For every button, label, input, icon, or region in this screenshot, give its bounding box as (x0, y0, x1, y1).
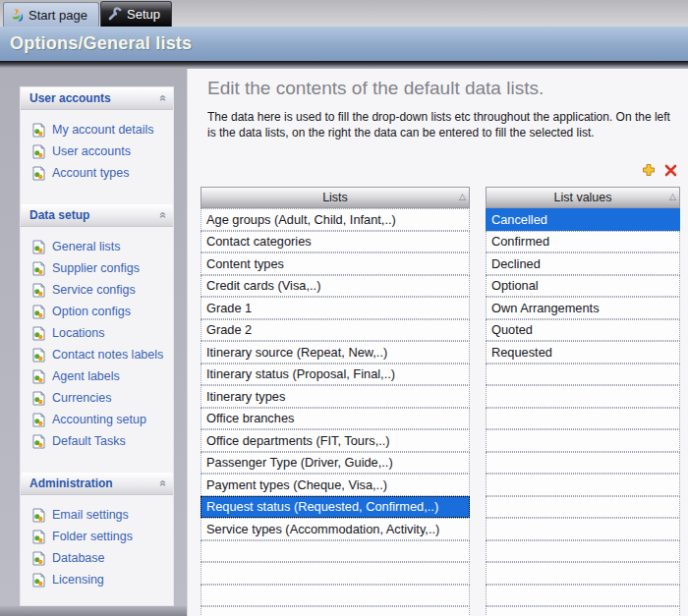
empty-row (486, 585, 680, 607)
page-icon (32, 166, 45, 181)
section-header-administration[interactable]: Administration» (21, 473, 173, 495)
list-values-table-header[interactable]: List values △ (486, 187, 680, 208)
tab-bar: Start page Setup (0, 0, 688, 27)
section-header-user-accounts[interactable]: User accounts» (21, 87, 173, 110)
page-icon (32, 551, 45, 566)
table-row-itinerary-source-repeat-new[interactable]: Itinerary source (Repeat, New,..) (201, 341, 470, 364)
tab-setup[interactable]: Setup (100, 1, 172, 27)
page-header: Options/General lists (0, 27, 688, 61)
sort-icon: △ (669, 193, 676, 201)
empty-row (486, 385, 680, 408)
bottom-edge-shade (0, 606, 187, 616)
page-icon (32, 144, 45, 159)
section-title: User accounts (29, 91, 111, 105)
header-shadow (0, 61, 688, 69)
table-row-itinerary-types[interactable]: Itinerary types (201, 385, 470, 408)
content-title: Edit the contents of the default data li… (207, 78, 544, 99)
tab-start-page[interactable]: Start page (3, 2, 99, 27)
page-icon (32, 283, 45, 298)
empty-row (486, 606, 680, 616)
empty-row (201, 562, 470, 585)
page-icon (32, 413, 45, 427)
empty-row (486, 429, 680, 452)
sidebar-item-my-account-details[interactable]: My account details (21, 119, 173, 140)
table-row-quoted[interactable]: Quoted (486, 319, 680, 342)
page-icon (32, 240, 45, 254)
table-row-grade-1[interactable]: Grade 1 (201, 297, 470, 319)
sidebar-item-currencies[interactable]: Currencies (21, 387, 173, 409)
sidebar-item-supplier-configs[interactable]: Supplier configs (21, 257, 173, 279)
table-row-office-departments-fit-tours[interactable]: Office departments (FIT, Tours,..) (201, 429, 470, 452)
add-value-button[interactable] (641, 162, 657, 178)
table-row-grade-2[interactable]: Grade 2 (201, 319, 470, 342)
plus-icon (641, 162, 657, 178)
table-row-itinerary-status-proposal-final[interactable]: Itinerary status (Proposal, Final,..) (201, 364, 470, 386)
sidebar-section-data-setup: Data setup»General listsSupplier configs… (21, 204, 173, 460)
page-icon (32, 348, 45, 363)
sidebar-item-user-accounts[interactable]: User accounts (21, 140, 173, 162)
table-row-service-types-accommodation-activity[interactable]: Service types (Accommodation, Activity,.… (201, 518, 470, 540)
column-title: List values (553, 191, 611, 204)
table-row-optional[interactable]: Optional (486, 275, 680, 298)
sidebar-section-user-accounts: User accounts»My account detailsUser acc… (21, 87, 173, 192)
table-row-own-arrangements[interactable]: Own Arrangements (486, 297, 680, 319)
sidebar-item-email-settings[interactable]: Email settings (21, 504, 173, 526)
section-title: Data setup (29, 208, 89, 222)
start-page-icon (10, 8, 24, 23)
table-row-declined[interactable]: Declined (486, 252, 680, 275)
page-icon (32, 508, 45, 523)
sidebar-item-service-configs[interactable]: Service configs (21, 279, 173, 301)
table-row-payment-types-cheque-visa[interactable]: Payment types (Cheque, Visa,..) (201, 474, 470, 496)
page-icon (32, 573, 45, 588)
table-row-age-groups-adult-child-infant[interactable]: Age groups (Adult, Child, Infant,..) (201, 208, 470, 231)
lists-table: Lists △ Age groups (Adult, Child, Infant… (201, 187, 470, 616)
list-values-table: List values △ CancelledConfirmedDeclined… (486, 187, 680, 616)
sidebar-item-account-types[interactable]: Account types (21, 162, 173, 184)
page-icon (32, 530, 45, 544)
table-row-requested[interactable]: Requested (486, 341, 680, 364)
x-icon (663, 163, 678, 178)
page-title: Options/General lists (0, 33, 192, 54)
collapse-chevron-icon[interactable]: » (157, 480, 169, 487)
table-row-confirmed[interactable]: Confirmed (486, 231, 680, 253)
lists-table-body: Age groups (Adult, Child, Infant,..)Cont… (201, 208, 470, 616)
sidebar-item-agent-labels[interactable]: Agent labels (21, 365, 173, 387)
empty-row (486, 540, 680, 563)
section-title: Administration (29, 476, 113, 490)
page-icon (32, 123, 45, 138)
table-row-content-types[interactable]: Content types (201, 252, 470, 275)
workspace: User accounts»My account detailsUser acc… (0, 69, 688, 616)
sidebar: User accounts»My account detailsUser acc… (20, 86, 174, 606)
sidebar-item-licensing[interactable]: Licensing (21, 569, 173, 590)
sidebar-section-administration: Administration»Email settingsFolder sett… (21, 473, 173, 598)
empty-row (486, 474, 680, 496)
delete-value-button[interactable] (663, 163, 678, 178)
sidebar-item-folder-settings[interactable]: Folder settings (21, 526, 173, 547)
sidebar-item-locations[interactable]: Locations (21, 322, 173, 344)
collapse-chevron-icon[interactable]: » (157, 95, 169, 102)
empty-row (201, 606, 470, 616)
sidebar-item-database[interactable]: Database (21, 547, 173, 569)
page-icon (32, 434, 45, 449)
section-header-data-setup[interactable]: Data setup» (21, 204, 173, 227)
content-description: The data here is used to fill the drop-d… (207, 109, 681, 140)
main-panel: Edit the contents of the default data li… (187, 69, 688, 616)
sidebar-item-contact-notes-labels[interactable]: Contact notes labels (21, 344, 173, 365)
table-row-cancelled[interactable]: Cancelled (486, 208, 680, 231)
table-row-request-status-requested-confirmed[interactable]: Request status (Requested, Confirmed,..) (201, 496, 470, 519)
table-row-office-branches[interactable]: Office branches (201, 408, 470, 430)
table-row-passenger-type-driver-guide[interactable]: Passenger Type (Driver, Guide,..) (201, 452, 470, 475)
collapse-chevron-icon[interactable]: » (157, 212, 169, 219)
sidebar-item-option-configs[interactable]: Option configs (21, 301, 173, 322)
sidebar-item-general-lists[interactable]: General lists (21, 236, 173, 257)
table-row-contact-categories[interactable]: Contact categories (201, 231, 470, 253)
page-icon (32, 391, 45, 406)
tab-label: Setup (127, 7, 160, 22)
sidebar-item-default-tasks[interactable]: Default Tasks (21, 430, 173, 452)
list-values-toolbar (641, 162, 678, 178)
lists-table-header[interactable]: Lists △ (201, 187, 470, 208)
sidebar-item-accounting-setup[interactable]: Accounting setup (21, 409, 173, 430)
empty-row (486, 452, 680, 475)
empty-row (486, 496, 680, 519)
table-row-credit-cards-visa[interactable]: Credit cards (Visa,..) (201, 275, 470, 298)
